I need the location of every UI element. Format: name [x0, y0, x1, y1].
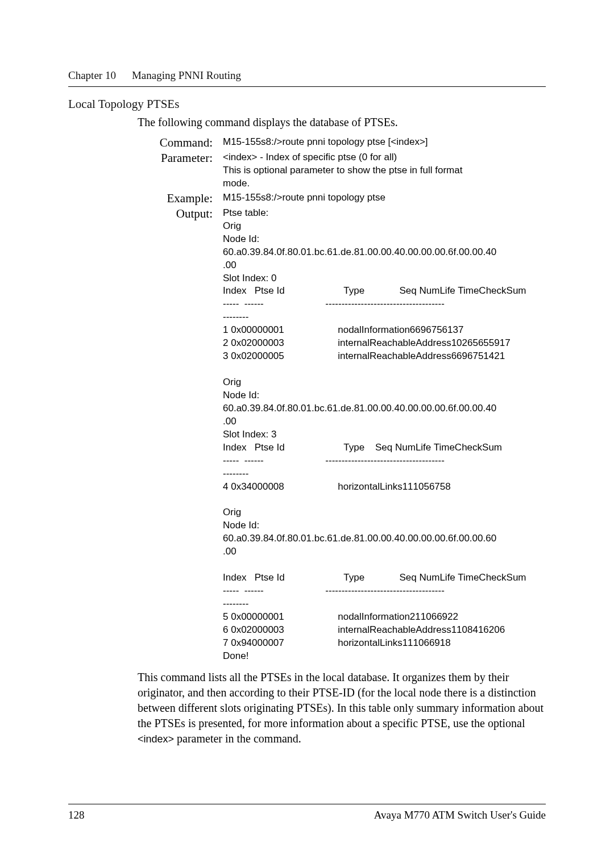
- example-value: M15-155s8:/>route pnni topology ptse: [223, 191, 546, 206]
- chapter-header: Chapter 10 Managing PNNI Routing: [68, 69, 546, 82]
- example-label: Example:: [138, 191, 223, 206]
- closing-text-1: This command lists all the PTSEs in the …: [138, 671, 544, 729]
- closing-paragraph: This command lists all the PTSEs in the …: [138, 670, 546, 746]
- book-title: Avaya M770 ATM Switch User's Guide: [374, 809, 546, 821]
- page-footer: 128 Avaya M770 ATM Switch User's Guide: [68, 804, 546, 821]
- example-row: Example: M15-155s8:/>route pnni topology…: [138, 191, 546, 206]
- section-title: Local Topology PTSEs: [68, 97, 546, 111]
- chapter-label: Chapter 10: [68, 69, 116, 82]
- command-value: M15-155s8:/>route pnni topology ptse [<i…: [223, 136, 546, 150]
- footer-row: 128 Avaya M770 ATM Switch User's Guide: [68, 809, 546, 821]
- chapter-title: Managing PNNI Routing: [132, 69, 241, 82]
- footer-rule: [68, 804, 546, 804]
- parameter-value: <index> - Index of specific ptse (0 for …: [223, 151, 546, 190]
- output-label: Output:: [138, 207, 223, 663]
- closing-text-2: parameter in the command.: [174, 732, 301, 745]
- output-row: Output: Ptse table: Orig Node Id: 60.a0.…: [138, 207, 546, 663]
- closing-code: <index>: [138, 733, 174, 745]
- header-rule: [68, 86, 546, 87]
- command-row: Command: M15-155s8:/>route pnni topology…: [138, 136, 546, 150]
- output-block: Ptse table: Orig Node Id: 60.a0.39.84.0f…: [223, 207, 546, 663]
- parameter-row: Parameter: <index> - Index of specific p…: [138, 151, 546, 190]
- intro-text: The following command displays the datab…: [138, 115, 546, 130]
- command-label: Command:: [138, 136, 223, 150]
- page: Chapter 10 Managing PNNI Routing Local T…: [0, 0, 614, 868]
- page-number: 128: [68, 809, 85, 821]
- parameter-label: Parameter:: [138, 151, 223, 190]
